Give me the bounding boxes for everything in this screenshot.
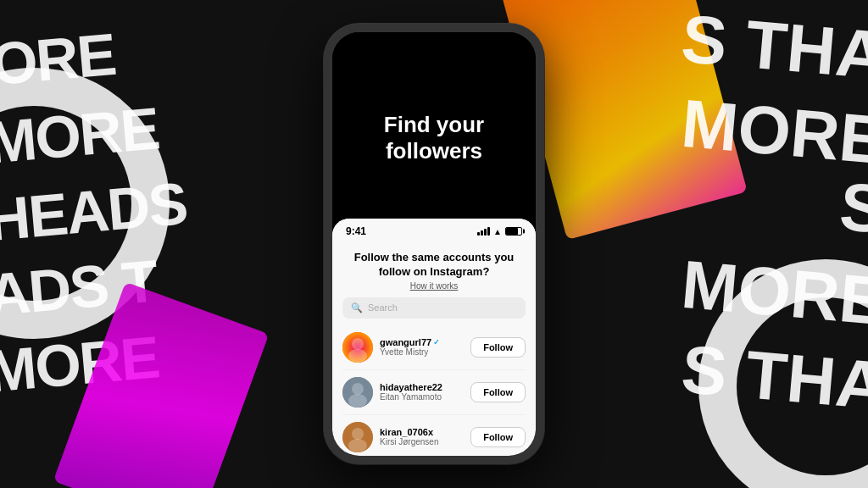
battery-fill [506, 228, 518, 235]
user-info: kiran_0706x Kirsi Jørgensen [380, 427, 464, 446]
avatar [342, 377, 373, 408]
follow-button[interactable]: Follow [470, 382, 526, 402]
user-handle: hidayathere22 [380, 382, 464, 392]
avatar [342, 422, 373, 452]
user-name: Yvette Mistry [380, 347, 464, 357]
user-handle: kiran_0706x [380, 427, 464, 437]
status-time: 9:41 [346, 225, 366, 237]
screen-content: Follow the same accounts you follow on I… [332, 251, 536, 456]
follow-button[interactable]: Follow [470, 427, 526, 447]
status-bar: 9:41 ▲ [332, 219, 536, 241]
follow-button[interactable]: Follow [470, 337, 526, 358]
status-icons: ▲ [477, 227, 522, 236]
wifi-icon: ▲ [493, 227, 502, 236]
svg-point-5 [348, 394, 367, 408]
signal-bar-3 [484, 229, 487, 236]
headline-line1: Find your [384, 112, 484, 138]
signal-bar-1 [477, 232, 480, 236]
svg-point-4 [352, 383, 364, 395]
main-content: Find your followers 9:41 ▲ [0, 0, 868, 488]
signal-bar-2 [481, 230, 483, 236]
user-row: kiran_0706x Kirsi Jørgensen Follow [342, 415, 526, 456]
user-name: Eitan Yamamoto [380, 392, 464, 402]
phone-screen: 9:41 ▲ Follow the [332, 219, 536, 456]
user-handle: gwangurl77 ✓ [380, 337, 464, 347]
search-placeholder-text: Search [368, 302, 398, 313]
verified-badge-icon: ✓ [433, 338, 440, 347]
screen-title: Follow the same accounts you follow on I… [342, 251, 526, 280]
how-it-works-link[interactable]: How it works [342, 281, 526, 291]
signal-bar-4 [487, 227, 490, 236]
phone-mockup: Find your followers 9:41 ▲ [324, 24, 544, 464]
svg-point-2 [348, 349, 367, 363]
svg-point-8 [348, 439, 367, 452]
signal-bars-icon [477, 227, 490, 236]
svg-point-1 [352, 338, 364, 350]
battery-icon [505, 227, 522, 236]
search-bar[interactable]: 🔍 Search [342, 297, 526, 319]
user-info: hidayathere22 Eitan Yamamoto [380, 382, 464, 402]
user-row: gwangurl77 ✓ Yvette Mistry Follow [342, 325, 526, 370]
search-icon: 🔍 [351, 302, 363, 313]
avatar [342, 332, 373, 363]
user-name: Kirsi Jørgensen [380, 437, 464, 446]
user-row: hidayathere22 Eitan Yamamoto Follow [342, 370, 526, 415]
phone-headline: Find your followers [384, 112, 484, 164]
headline-line2: followers [384, 138, 484, 164]
user-list: gwangurl77 ✓ Yvette Mistry Follow [342, 325, 526, 456]
user-info: gwangurl77 ✓ Yvette Mistry [380, 337, 464, 357]
svg-point-7 [352, 428, 364, 440]
phone-notch [400, 41, 468, 61]
